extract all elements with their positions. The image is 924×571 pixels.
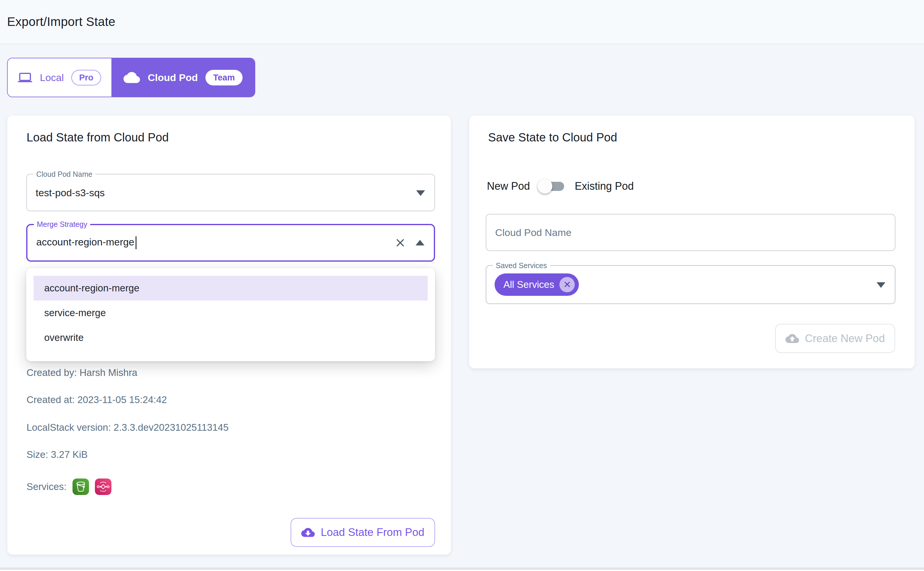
text-caret bbox=[136, 236, 136, 249]
pro-badge: Pro bbox=[71, 70, 101, 85]
meta-size: Size: 3.27 KiB bbox=[26, 449, 88, 460]
load-state-card: Load State from Cloud Pod Cloud Pod Name… bbox=[8, 116, 451, 554]
new-pod-name-field bbox=[486, 214, 895, 251]
load-state-from-pod-button[interactable]: Load State From Pod bbox=[290, 518, 435, 547]
horizontal-scrollbar-track[interactable] bbox=[0, 568, 924, 570]
create-button-label: Create New Pod bbox=[805, 332, 885, 345]
cloud-icon bbox=[124, 69, 140, 86]
create-new-pod-button[interactable]: Create New Pod bbox=[775, 324, 895, 353]
meta-created-by: Created by: Harsh Mishra bbox=[26, 367, 138, 378]
merge-strategy-label: Merge Strategy bbox=[34, 220, 90, 228]
saved-services-field[interactable]: Saved Services All Services ✕ bbox=[486, 265, 895, 304]
tab-local[interactable]: Local Pro bbox=[8, 58, 111, 97]
all-services-chip[interactable]: All Services ✕ bbox=[494, 273, 579, 296]
save-state-card: Save State to Cloud Pod New Pod Existing… bbox=[469, 116, 915, 368]
sqs-service-icon bbox=[95, 478, 111, 495]
pod-name-select-label: Cloud Pod Name bbox=[33, 170, 95, 179]
existing-pod-label: Existing Pod bbox=[575, 180, 634, 192]
tab-cloud-pod[interactable]: Cloud Pod Team bbox=[111, 58, 255, 97]
new-pod-label: New Pod bbox=[487, 180, 530, 192]
team-badge: Team bbox=[206, 70, 243, 85]
all-services-chip-label: All Services bbox=[504, 279, 554, 290]
page-header: Export/Import State bbox=[0, 0, 924, 44]
switch-thumb[interactable] bbox=[538, 179, 552, 194]
menu-option-overwrite[interactable]: overwrite bbox=[34, 325, 428, 350]
clear-icon[interactable] bbox=[395, 238, 406, 248]
meta-version: LocalStack version: 2.3.3.dev20231025113… bbox=[26, 422, 229, 433]
chevron-down-icon[interactable] bbox=[416, 190, 425, 196]
meta-created-at: Created at: 2023-11-05 15:24:42 bbox=[26, 394, 167, 406]
services-row: Services: bbox=[26, 478, 111, 495]
page-bottom-edge bbox=[0, 570, 924, 571]
chevron-up-icon[interactable] bbox=[416, 240, 425, 245]
s3-service-icon bbox=[73, 478, 89, 495]
merge-strategy-value: account-region-merge bbox=[36, 236, 136, 249]
merge-strategy-menu: account-region-merge service-merge overw… bbox=[26, 268, 435, 361]
load-button-label: Load State From Pod bbox=[321, 526, 425, 539]
merge-strategy-combobox[interactable]: Merge Strategy account-region-merge bbox=[26, 224, 435, 262]
save-card-title: Save State to Cloud Pod bbox=[488, 131, 617, 144]
new-pod-name-input[interactable] bbox=[486, 215, 895, 250]
menu-option-account-region-merge[interactable]: account-region-merge bbox=[34, 276, 428, 301]
menu-option-service-merge[interactable]: service-merge bbox=[34, 301, 428, 325]
saved-services-label: Saved Services bbox=[493, 261, 550, 270]
pod-name-select[interactable]: Cloud Pod Name test-pod-s3-sqs bbox=[26, 174, 435, 211]
chip-delete-icon[interactable]: ✕ bbox=[559, 277, 575, 292]
state-mode-toggle: Local Pro Cloud Pod Team bbox=[7, 58, 255, 97]
cloud-download-icon bbox=[301, 526, 315, 539]
laptop-icon bbox=[18, 70, 32, 85]
tab-local-label: Local bbox=[40, 72, 64, 83]
tab-cloud-label: Cloud Pod bbox=[148, 72, 198, 83]
pod-mode-switch[interactable] bbox=[538, 178, 567, 194]
services-label: Services: bbox=[26, 481, 66, 492]
pod-name-select-value: test-pod-s3-sqs bbox=[36, 187, 105, 198]
pod-mode-toggle-row: New Pod Existing Pod bbox=[487, 178, 634, 194]
chevron-down-icon[interactable] bbox=[876, 282, 885, 288]
cloud-upload-icon bbox=[785, 332, 799, 345]
load-card-title: Load State from Cloud Pod bbox=[26, 131, 169, 144]
page-title: Export/Import State bbox=[7, 15, 116, 29]
